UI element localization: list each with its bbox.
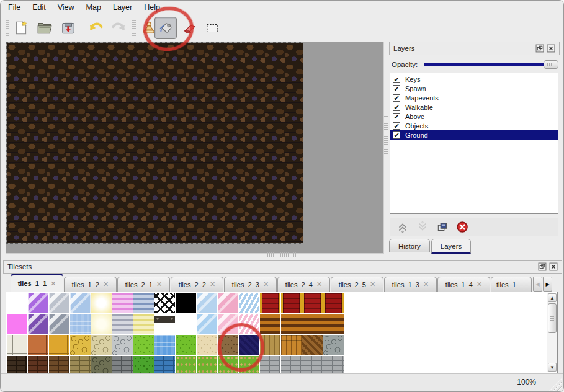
tile-grass-green[interactable] — [176, 335, 196, 355]
tileset-tab-tiles_1_4[interactable]: tiles_1_4✕ — [437, 277, 490, 292]
tile-empty-white[interactable] — [7, 293, 27, 313]
layer-row-objects[interactable]: ✔Objects — [390, 121, 558, 130]
tile-bands-orange-4[interactable] — [323, 314, 344, 334]
tile-water-pale[interactable] — [70, 314, 91, 334]
layer-row-walkable[interactable]: ✔Walkable — [390, 102, 558, 112]
tile-curtain-red-4[interactable] — [323, 293, 344, 313]
tile-cobble-gray[interactable] — [112, 335, 133, 355]
tile-herringbone-brown[interactable] — [302, 335, 323, 355]
tileset-tab-tiles_2_4[interactable]: tiles_2_4✕ — [277, 277, 330, 292]
tile-dirt-speckled[interactable] — [218, 335, 238, 355]
tile-cobble-beige[interactable] — [91, 335, 112, 355]
tile-brick-darkbrown[interactable] — [7, 356, 27, 373]
opacity-slider[interactable] — [424, 63, 557, 66]
menu-layer[interactable]: Layer — [113, 3, 132, 12]
lower-layer-button[interactable] — [416, 221, 429, 233]
tile-stripes-gray[interactable] — [112, 314, 133, 334]
tile-grass-bright[interactable] — [133, 335, 154, 355]
select-tool-button[interactable] — [203, 19, 222, 37]
menu-file[interactable]: File — [8, 3, 20, 12]
tile-glass-sky[interactable] — [197, 314, 217, 334]
checkbox-mapevents[interactable]: ✔ — [393, 94, 400, 102]
tab-close-icon[interactable]: ✕ — [50, 280, 56, 288]
save-button[interactable] — [59, 19, 78, 37]
tile-dark-navy-circled[interactable] — [239, 335, 259, 355]
raise-layer-button[interactable] — [396, 221, 409, 233]
tab-close-icon[interactable]: ✕ — [370, 280, 375, 288]
delete-layer-button[interactable] — [456, 221, 468, 233]
tile-glass-blue[interactable] — [70, 293, 91, 313]
menu-help[interactable]: Help — [144, 3, 160, 12]
close-panel-icon[interactable] — [549, 262, 558, 271]
toolbar-drag-handle[interactable] — [132, 20, 136, 37]
duplicate-layer-button[interactable] — [436, 221, 449, 233]
tile-basketweave-orange[interactable] — [281, 335, 302, 355]
tab-close-icon[interactable]: ✕ — [263, 280, 269, 288]
tileset-tab-tiles_1_2[interactable]: tiles_1_2✕ — [64, 277, 117, 292]
dock-tab-history[interactable]: History — [389, 239, 430, 252]
undo-button[interactable] — [86, 19, 105, 37]
tile-tiles-terracotta[interactable] — [28, 335, 48, 355]
toolbar-drag-handle[interactable] — [6, 20, 9, 37]
checkbox-spawn[interactable]: ✔ — [393, 85, 400, 92]
tile-empty-white[interactable] — [176, 314, 196, 334]
scroll-up-icon[interactable]: ▲ — [548, 293, 557, 302]
tile-planks-vertical[interactable] — [260, 335, 280, 355]
tab-close-icon[interactable]: ✕ — [210, 280, 215, 288]
horizontal-splitter-handle[interactable] — [267, 252, 296, 257]
tile-stripes-pink[interactable] — [112, 293, 133, 313]
tile-stone-blocks-white[interactable] — [7, 335, 27, 355]
close-panel-icon[interactable] — [547, 44, 555, 53]
tile-magenta[interactable] — [7, 314, 27, 334]
tileset-tab-tiles_2_5[interactable]: tiles_2_5✕ — [331, 277, 383, 292]
float-panel-icon[interactable] — [538, 262, 547, 271]
tileset-tab-tiles_2_3[interactable]: tiles_2_3✕ — [224, 277, 277, 292]
tile-brick-stone-4[interactable] — [323, 356, 344, 373]
tileset-tab-tiles_1_3[interactable]: tiles_1_3✕ — [384, 277, 437, 292]
tile-logs-gray[interactable] — [323, 335, 344, 355]
layer-row-keys[interactable]: ✔Keys — [390, 74, 558, 84]
fill-tool-button[interactable] — [154, 17, 177, 39]
checkbox-walkable[interactable]: ✔ — [393, 104, 400, 111]
tile-stripes-diag-pink[interactable] — [239, 314, 259, 334]
tab-close-icon[interactable]: ✕ — [477, 280, 482, 288]
tile-bands-orange-2[interactable] — [281, 314, 302, 334]
tile-flagstones-yellow[interactable] — [70, 335, 91, 355]
layer-row-spawn[interactable]: ✔Spawn — [390, 84, 558, 93]
tile-bands-orange-3[interactable] — [302, 314, 323, 334]
tile-stripes-yellow[interactable] — [133, 314, 154, 334]
dock-tab-layers[interactable]: Layers — [431, 239, 472, 254]
tab-close-icon[interactable]: ✕ — [156, 280, 162, 288]
resize-grip[interactable] — [549, 378, 562, 391]
tileset-tab-tiles_2_2[interactable]: tiles_2_2✕ — [171, 277, 223, 292]
tile-brick-gray[interactable] — [112, 356, 133, 373]
tile-brick-stone-2[interactable] — [281, 356, 302, 373]
tile-lattice-black[interactable] — [154, 293, 175, 313]
tile-brick-blue[interactable] — [154, 356, 175, 373]
tile-glass-gray[interactable] — [49, 314, 69, 334]
tile-bands-orange-1[interactable] — [260, 314, 280, 334]
tile-brick-stone-1[interactable] — [260, 356, 280, 373]
tab-scroll-left-icon[interactable]: ◀ — [533, 277, 542, 292]
tile-brick-stone-3[interactable] — [302, 356, 323, 373]
tile-sand[interactable] — [197, 335, 217, 355]
tile-black[interactable] — [176, 293, 196, 313]
menu-view[interactable]: View — [58, 3, 74, 12]
tile-stripes-diag-blue[interactable] — [239, 293, 259, 313]
tile-glass-lightblue[interactable] — [197, 293, 217, 313]
new-button[interactable] — [12, 19, 30, 37]
tab-close-icon[interactable]: ✕ — [316, 280, 322, 288]
tile-glass-purple[interactable] — [28, 293, 48, 313]
checkbox-objects[interactable]: ✔ — [393, 122, 400, 130]
redo-button[interactable] — [110, 19, 128, 37]
tile-brick-brown[interactable] — [49, 356, 69, 373]
tab-scroll-right-icon[interactable]: ▶ — [543, 277, 552, 292]
layer-row-above[interactable]: ✔Above — [390, 112, 558, 121]
checkbox-ground[interactable]: ✔ — [393, 131, 400, 139]
tab-close-icon[interactable]: ✕ — [103, 280, 109, 288]
tileset-tab-tiles_2_1[interactable]: tiles_2_1✕ — [117, 277, 170, 292]
tile-grass-flowers-2[interactable] — [197, 356, 217, 373]
map-view[interactable] — [6, 42, 384, 254]
palette-scrollbar[interactable]: ▲ ▼ — [547, 293, 557, 372]
map-canvas[interactable] — [7, 43, 303, 243]
